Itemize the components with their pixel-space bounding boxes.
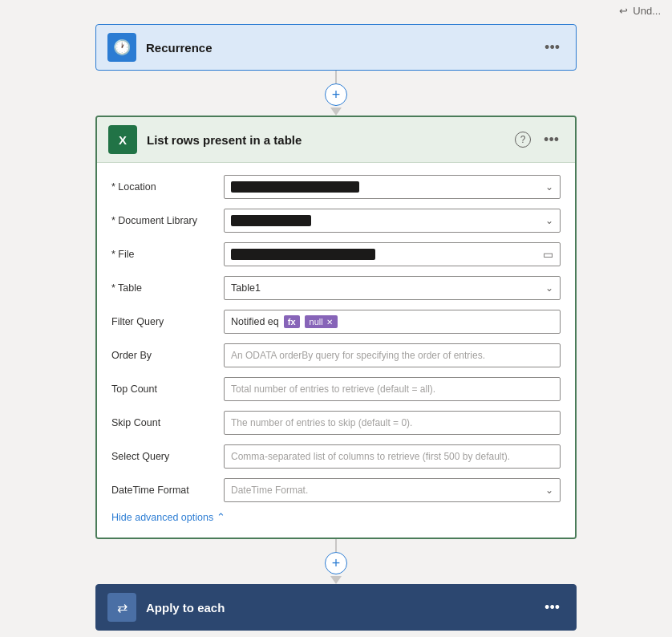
recurrence-title: Recurrence (146, 41, 213, 55)
file-redacted (231, 249, 375, 260)
select-query-row: Select Query Comma-separated list of col… (111, 444, 561, 469)
apply-each-left: ⇄ Apply to each (107, 593, 225, 622)
order-by-row: Order By An ODATA orderBy query for spec… (111, 343, 561, 368)
excel-header-left: X List rows present in a table (108, 125, 302, 154)
table-chevron-icon: ⌄ (545, 282, 553, 294)
excel-header: X List rows present in a table ? ••• (97, 117, 575, 163)
location-chevron-icon: ⌄ (545, 181, 553, 193)
document-library-label: * Document Library (111, 215, 224, 226)
filter-query-row: Filter Query Notified eq fx null ✕ (111, 309, 561, 335)
file-browse-icon: ▭ (543, 248, 553, 261)
order-by-input[interactable]: An ODATA orderBy query for specifying th… (224, 343, 561, 367)
recurrence-block: 🕐 Recurrence ••• (95, 24, 577, 71)
top-bar: ↩ Und... (608, 0, 672, 22)
connector-arrow-1 (330, 108, 342, 116)
help-icon[interactable]: ? (515, 132, 531, 148)
select-query-control: Comma-separated list of columns to retri… (224, 444, 561, 469)
apply-each-title: Apply to each (146, 601, 225, 615)
connector-line-top (335, 71, 337, 83)
canvas: 🕐 Recurrence ••• + X List rows present i… (0, 0, 672, 637)
add-step-button-2[interactable]: + (325, 552, 347, 574)
file-control: ▭ (224, 242, 561, 266)
null-text: null (310, 317, 323, 327)
datetime-chevron-icon: ⌄ (545, 485, 553, 496)
location-row: * Location ⌄ (111, 174, 561, 200)
doc-library-redacted (231, 215, 311, 226)
connector-line-2 (335, 539, 337, 552)
table-select[interactable]: Table1 ⌄ (224, 276, 561, 300)
apply-each-block: ⇄ Apply to each ••• (95, 584, 577, 631)
hide-advanced-chevron-icon: ⌃ (217, 511, 225, 523)
document-library-select[interactable]: ⌄ (224, 209, 561, 233)
table-value: Table1 (231, 282, 261, 294)
file-label: * File (111, 249, 224, 260)
file-row: * File ▭ (111, 241, 561, 267)
hide-advanced-button[interactable]: Hide advanced options ⌃ (111, 511, 561, 523)
table-row: * Table Table1 ⌄ (111, 275, 561, 301)
apply-each-more-button[interactable]: ••• (540, 598, 565, 618)
datetime-format-row: DateTime Format DateTime Format. ⌄ (111, 477, 561, 503)
apply-each-icon: ⇄ (107, 593, 136, 622)
table-control: Table1 ⌄ (224, 276, 561, 300)
skip-count-control: The number of entries to skip (default =… (224, 411, 561, 435)
top-count-control: Total number of entries to retrieve (def… (224, 377, 561, 401)
excel-header-right: ? ••• (515, 130, 564, 150)
skip-count-placeholder: The number of entries to skip (default =… (231, 417, 412, 428)
filter-query-field[interactable]: Notified eq fx null ✕ (224, 310, 561, 334)
document-library-row: * Document Library ⌄ (111, 208, 561, 233)
top-count-label: Top Count (111, 383, 224, 395)
skip-count-label: Skip Count (111, 417, 224, 428)
doc-library-chevron-icon: ⌄ (545, 215, 553, 226)
file-field[interactable]: ▭ (224, 242, 561, 266)
undo-icon: ↩ (619, 5, 628, 17)
apply-each-icon-symbol: ⇄ (117, 600, 128, 615)
fx-badge: fx (284, 315, 300, 328)
excel-form-body: * Location ⌄ * Document Library ⌄ (97, 163, 575, 538)
connector-2: + (325, 539, 347, 584)
undo-label: Und... (633, 5, 661, 17)
recurrence-icon: 🕐 (107, 33, 136, 62)
excel-x-letter: X (119, 133, 127, 147)
filter-query-label: Filter Query (111, 316, 224, 327)
hide-advanced-label: Hide advanced options (111, 512, 213, 523)
recurrence-more-button[interactable]: ••• (540, 38, 565, 58)
location-control: ⌄ (224, 175, 561, 199)
excel-icon: X (108, 125, 137, 154)
order-by-label: Order By (111, 350, 224, 361)
excel-block: X List rows present in a table ? ••• * L… (95, 116, 577, 539)
top-count-row: Top Count Total number of entries to ret… (111, 376, 561, 402)
location-redacted (231, 181, 359, 193)
table-label: * Table (111, 282, 224, 294)
connector-1: + (325, 71, 347, 116)
skip-count-input[interactable]: The number of entries to skip (default =… (224, 411, 561, 435)
excel-more-button[interactable]: ••• (539, 130, 564, 150)
filter-query-control: Notified eq fx null ✕ (224, 310, 561, 334)
select-query-input[interactable]: Comma-separated list of columns to retri… (224, 444, 561, 469)
order-by-placeholder: An ODATA orderBy query for specifying th… (231, 350, 485, 361)
top-count-input[interactable]: Total number of entries to retrieve (def… (224, 377, 561, 401)
select-query-placeholder: Comma-separated list of columns to retri… (231, 451, 510, 462)
excel-block-title: List rows present in a table (147, 133, 302, 147)
null-badge: null ✕ (305, 315, 338, 328)
order-by-control: An ODATA orderBy query for specifying th… (224, 343, 561, 367)
datetime-format-select[interactable]: DateTime Format. ⌄ (224, 478, 561, 502)
datetime-format-label: DateTime Format (111, 485, 224, 496)
top-count-placeholder: Total number of entries to retrieve (def… (231, 383, 435, 395)
skip-count-row: Skip Count The number of entries to skip… (111, 410, 561, 436)
select-query-label: Select Query (111, 451, 224, 462)
add-step-button-1[interactable]: + (325, 83, 347, 106)
datetime-format-control: DateTime Format. ⌄ (224, 478, 561, 502)
location-select[interactable]: ⌄ (224, 175, 561, 199)
filter-query-prefix: Notified eq (231, 316, 279, 327)
connector-arrow-2 (330, 576, 342, 584)
null-close-icon[interactable]: ✕ (326, 318, 333, 327)
datetime-format-placeholder: DateTime Format. (231, 485, 308, 496)
document-library-control: ⌄ (224, 209, 561, 233)
recurrence-left: 🕐 Recurrence (107, 33, 213, 62)
location-label: * Location (111, 181, 224, 193)
